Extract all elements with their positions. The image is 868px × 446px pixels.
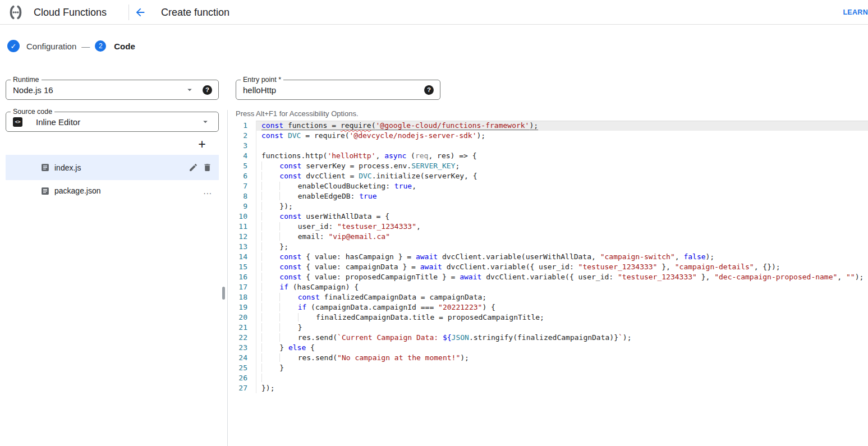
more-options-icon[interactable]: ... [203,186,212,196]
line-number: 27 [227,383,256,393]
code-text[interactable]: enableCloudBucketing: true, [256,181,868,191]
chevron-down-icon[interactable] [200,117,210,127]
code-text[interactable]: const functions = require('@google-cloud… [256,121,868,131]
stepper: ✓ Configuration — 2 Code [7,39,135,53]
code-line[interactable]: 16 const { value: proposedCampaignTitle … [227,272,868,282]
line-number: 17 [227,282,256,292]
line-number: 14 [227,252,256,262]
file-row-package-json[interactable]: package.json ... [6,180,219,201]
line-number: 11 [227,222,256,232]
line-number: 8 [227,191,256,201]
code-line[interactable]: 6 const dvcClient = DVC.initialize(serve… [227,171,868,181]
code-text[interactable]: } [256,323,868,333]
source-code-select[interactable]: Source code <> Inline Editor [6,112,219,132]
code-line[interactable]: 4functions.http('helloHttp', async (req,… [227,151,868,161]
step-connector: — [81,42,90,51]
source-code-label: Source code [11,108,54,116]
line-number: 26 [227,373,256,383]
code-line[interactable]: 19 if (campaignData.campaignId === "2022… [227,302,868,312]
code-line[interactable]: 15 const { value: campaignData } = await… [227,262,868,272]
code-line[interactable]: 13 }; [227,242,868,252]
edit-icon[interactable] [189,163,198,172]
step-configuration-check[interactable]: ✓ [7,40,20,52]
line-number: 7 [227,181,256,191]
runtime-select[interactable]: Runtime Node.js 16 ? [6,80,219,100]
code-editor[interactable]: 1const functions = require('@google-clou… [227,121,868,393]
runtime-help-icon[interactable]: ? [203,85,212,95]
source-code-value: Inline Editor [22,117,200,127]
line-number: 6 [227,171,256,181]
line-number: 16 [227,272,256,282]
code-line[interactable]: 22 res.send(`Current Campaign Data: ${JS… [227,333,868,343]
code-text[interactable]: res.send(`Current Campaign Data: ${JSON.… [256,333,868,343]
step-code-number[interactable]: 2 [95,40,106,52]
code-text[interactable] [256,141,868,151]
cloud-functions-logo-icon [7,4,24,21]
code-line[interactable]: 10 const userWithAllData = { [227,211,868,222]
code-text[interactable]: const { value: proposedCampaignTitle } =… [256,272,868,282]
code-text[interactable]: if (campaignData.campaignId === "2022122… [256,302,868,312]
code-line[interactable]: 3 [227,141,868,151]
line-number: 12 [227,232,256,242]
code-line[interactable]: 27}); [227,383,868,393]
code-text[interactable]: const dvcClient = DVC.initialize(serverK… [256,171,868,181]
code-text[interactable]: user_id: "testuser_1234333", [256,222,868,232]
code-line[interactable]: 5 const serverKey = process.env.SERVER_K… [227,161,868,171]
code-text[interactable]: const finalizedCampaignData = campaignDa… [256,292,868,302]
code-line[interactable]: 18 const finalizedCampaignData = campaig… [227,292,868,302]
step-code-label: Code [114,42,135,51]
code-line[interactable]: 14 const { value: hasCampaign } = await … [227,252,868,262]
file-icon [40,186,50,196]
line-number: 23 [227,343,256,353]
code-line[interactable]: 25 } [227,363,868,373]
entry-point-help-icon[interactable]: ? [424,85,434,95]
code-line[interactable]: 2const DVC = require('@devcycle/nodejs-s… [227,131,868,141]
code-text[interactable]: } else { [256,343,868,353]
code-line[interactable]: 26 [227,373,868,383]
code-text[interactable]: const DVC = require('@devcycle/nodejs-se… [256,131,868,141]
step-configuration-label[interactable]: Configuration [26,42,76,51]
entry-point-field[interactable]: Entry point * helloHttp ? [236,80,440,100]
delete-icon[interactable] [203,163,212,172]
back-arrow-icon[interactable] [134,6,146,19]
code-line[interactable]: 12 email: "vip@email.ca" [227,232,868,242]
line-number: 22 [227,333,256,343]
code-text[interactable]: const { value: hasCampaign } = await dvc… [256,252,868,262]
code-text[interactable]: res.send("No campaign at the moment!"); [256,353,868,363]
code-text[interactable]: }); [256,201,868,211]
learn-link[interactable]: LEARN [840,0,868,25]
entry-point-value[interactable]: helloHttp [236,85,424,95]
code-text[interactable]: const userWithAllData = { [256,211,868,222]
chevron-down-icon[interactable] [185,85,195,95]
line-number: 20 [227,312,256,323]
code-text[interactable]: }); [256,383,868,393]
code-text[interactable]: const serverKey = process.env.SERVER_KEY… [256,161,868,171]
code-text[interactable]: enableEdgeDB: true [256,191,868,201]
code-line[interactable]: 8 enableEdgeDB: true [227,191,868,201]
code-line[interactable]: 23 } else { [227,343,868,353]
file-name: package.json [54,186,203,195]
code-text[interactable]: finalizedCampaignData.title = proposedCa… [256,312,868,323]
runtime-value: Node.js 16 [6,85,185,95]
code-text[interactable]: } [256,363,868,373]
code-text[interactable]: }; [256,242,868,252]
add-file-button[interactable]: + [195,137,209,151]
code-line[interactable]: 21 } [227,323,868,333]
check-icon: ✓ [11,42,17,50]
code-text[interactable]: const { value: campaignData } = await dv… [256,262,868,272]
code-line[interactable]: 7 enableCloudBucketing: true, [227,181,868,191]
code-line[interactable]: 1const functions = require('@google-clou… [227,121,868,131]
splitter-drag-handle[interactable] [222,287,225,300]
code-line[interactable]: 24 res.send("No campaign at the moment!"… [227,353,868,363]
code-line[interactable]: 17 if (hasCampaign) { [227,282,868,292]
code-text[interactable]: functions.http('helloHttp', async (req, … [256,151,868,161]
code-line[interactable]: 20 finalizedCampaignData.title = propose… [227,312,868,323]
code-line[interactable]: 9 }); [227,201,868,211]
file-row-index-js[interactable]: index.js [6,155,219,180]
code-line[interactable]: 11 user_id: "testuser_1234333", [227,222,868,232]
code-text[interactable]: email: "vip@email.ca" [256,232,868,242]
line-number: 3 [227,141,256,151]
code-text[interactable] [256,373,868,383]
code-text[interactable]: if (hasCampaign) { [256,282,868,292]
app-header: Cloud Functions Create function LEARN [0,0,868,25]
